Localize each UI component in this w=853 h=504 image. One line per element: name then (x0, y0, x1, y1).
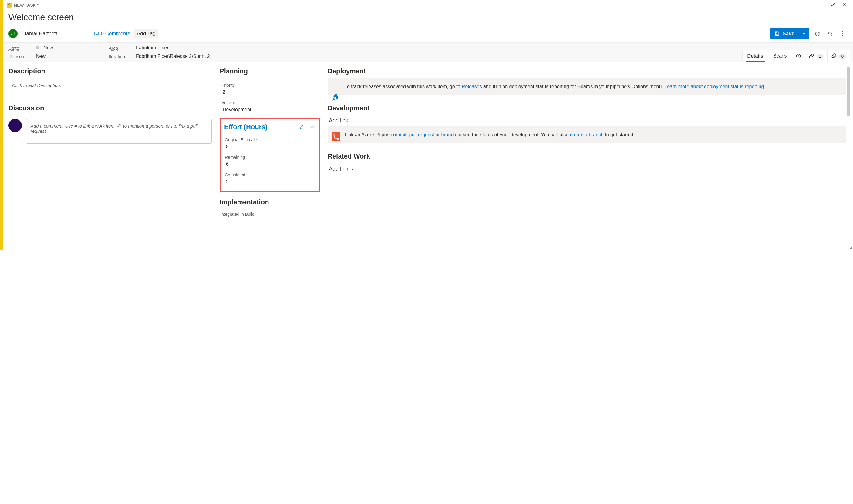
state-label: State (8, 46, 36, 51)
save-label: Save (782, 31, 795, 37)
task-type-label: NEW TASK * (14, 3, 828, 7)
tab-scans[interactable]: Scans (768, 50, 792, 62)
work-item-title[interactable]: Welcome screen (3, 10, 853, 27)
resize-handle[interactable]: ◢ (849, 245, 852, 250)
state-dot-icon (36, 46, 39, 49)
undo-icon (827, 31, 833, 37)
comments-count: 0 Comments (101, 31, 130, 37)
attachment-icon (831, 53, 837, 59)
priority-value[interactable]: 2 (220, 89, 320, 99)
chevron-down-icon (802, 32, 806, 36)
refresh-button[interactable] (812, 29, 822, 38)
completed-label: Completed (223, 171, 316, 179)
description-input[interactable]: Click to add Description. (8, 82, 212, 89)
reason-label: Reason (8, 54, 36, 59)
scrollbar[interactable] (847, 67, 850, 116)
effort-expand-icon[interactable] (299, 124, 304, 130)
tab-links[interactable]: 1 (805, 50, 828, 62)
planning-heading: Planning (220, 67, 320, 75)
comment-icon (94, 31, 99, 36)
svg-point-0 (842, 31, 843, 32)
refresh-icon (814, 31, 820, 37)
tab-attachments[interactable]: 0 (827, 50, 850, 62)
iteration-value[interactable]: Fabrikam Fiber\Release 2\Sprint 2 (136, 54, 227, 59)
save-dropdown[interactable] (799, 29, 809, 39)
branch-link[interactable]: branch (441, 132, 456, 137)
undo-button[interactable] (825, 29, 835, 38)
development-add-link[interactable]: Add link (328, 115, 846, 126)
attachments-count: 0 (839, 54, 846, 59)
history-icon (796, 53, 801, 59)
current-user-avatar (8, 119, 22, 132)
save-icon (774, 31, 780, 36)
completed-value[interactable]: 2 (223, 179, 316, 189)
svg-point-1 (842, 33, 843, 34)
svg-point-4 (334, 134, 335, 136)
effort-section-highlight: Effort (Hours) Original Estimate 8 Remai… (220, 119, 320, 192)
task-type-icon (7, 3, 12, 7)
fullscreen-icon[interactable] (831, 2, 836, 8)
close-icon[interactable] (841, 2, 847, 8)
tab-history[interactable] (792, 50, 805, 62)
pull-request-link[interactable]: pull request (409, 132, 434, 137)
svg-point-2 (842, 35, 843, 36)
activity-label: Activity (220, 99, 320, 106)
priority-label: Priority (220, 82, 320, 89)
commit-link[interactable]: commit (391, 132, 406, 137)
deployment-heading: Deployment (328, 67, 846, 75)
add-tag-button[interactable]: Add Tag (134, 30, 158, 38)
more-actions-button[interactable] (838, 29, 848, 38)
related-work-heading: Related Work (328, 152, 846, 160)
effort-collapse-icon[interactable] (310, 124, 315, 130)
rocket-icon (332, 93, 341, 101)
reason-value[interactable]: New (36, 54, 97, 59)
effort-heading[interactable]: Effort (Hours) (224, 123, 267, 131)
discussion-heading: Discussion (8, 104, 212, 112)
assigned-user[interactable]: Jamal Hartnett (24, 31, 57, 37)
integrated-build-label: Integrated in Build (220, 210, 320, 218)
deployment-learn-link[interactable]: Learn more about deployment status repor… (664, 84, 764, 89)
svg-point-5 (337, 138, 339, 140)
original-estimate-value[interactable]: 8 (223, 143, 316, 154)
comments-link[interactable]: 0 Comments (94, 31, 130, 37)
remaining-value[interactable]: 6 (223, 161, 316, 171)
activity-value[interactable]: Development (220, 106, 320, 117)
development-heading: Development (328, 104, 846, 112)
implementation-heading: Implementation (220, 198, 320, 206)
development-info-box: Link an Azure Repos commit, pull request… (328, 126, 846, 143)
original-estimate-label: Original Estimate (223, 136, 316, 143)
related-add-link[interactable]: Add link (328, 163, 846, 175)
chevron-down-icon (351, 167, 355, 171)
links-count: 1 (817, 54, 823, 59)
save-button[interactable]: Save (770, 29, 809, 39)
user-avatar[interactable]: JH (8, 29, 18, 38)
link-icon (809, 53, 814, 59)
comment-placeholder: Add a comment. Use # to link a work item… (31, 123, 197, 134)
iteration-label: Iteration (109, 54, 136, 59)
tab-details[interactable]: Details (742, 50, 768, 62)
area-label: Area (109, 46, 136, 51)
releases-link[interactable]: Releases (462, 84, 482, 89)
kebab-icon (842, 31, 843, 36)
description-heading: Description (8, 67, 212, 75)
area-value[interactable]: Fabrikam Fiber (136, 45, 227, 51)
deployment-info-box: To track releases associated with this w… (328, 78, 846, 95)
remaining-label: Remaining (223, 154, 316, 161)
create-branch-link[interactable]: create a branch (570, 132, 604, 137)
state-value[interactable]: New (36, 45, 97, 51)
comment-input[interactable]: Add a comment. Use # to link a work item… (26, 119, 212, 144)
repo-icon (332, 132, 341, 141)
